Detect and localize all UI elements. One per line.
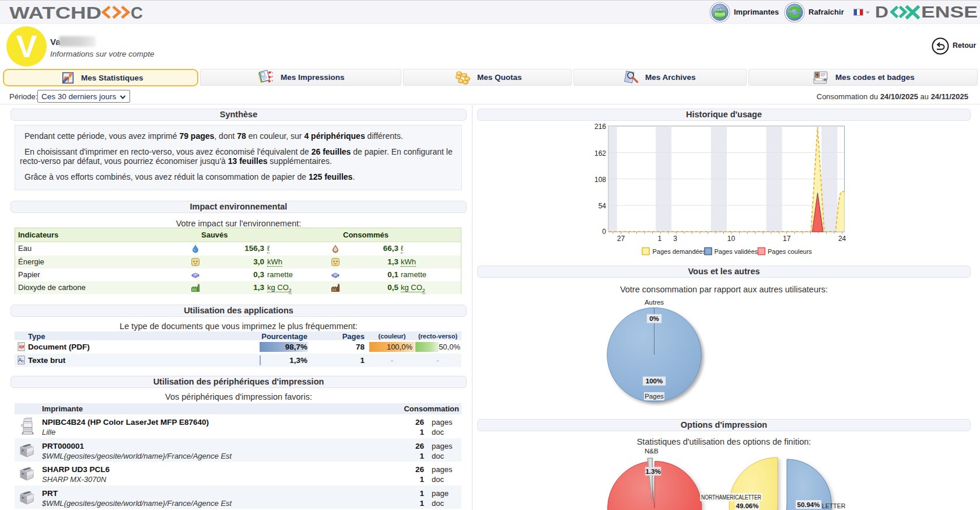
svg-text:Pages: Pages	[645, 393, 664, 400]
svg-text:216: 216	[594, 123, 606, 131]
svg-text:3: 3	[673, 235, 677, 243]
svg-text:27: 27	[617, 235, 625, 243]
svg-text:D: D	[875, 5, 888, 20]
svg-text:0: 0	[602, 228, 606, 236]
svg-text:N&B: N&B	[645, 448, 659, 455]
svg-text:1: 1	[657, 235, 662, 243]
svg-text:10: 10	[727, 235, 736, 243]
svg-text:ENSE: ENSE	[921, 5, 978, 20]
svg-text:Autres: Autres	[645, 299, 664, 306]
svg-text:Pages demandées: Pages demandées	[653, 248, 706, 255]
svg-text:1.3%: 1.3%	[645, 468, 660, 475]
svg-text:b: b	[22, 359, 24, 363]
svg-text:162: 162	[594, 149, 606, 158]
svg-text:0%: 0%	[649, 315, 659, 322]
svg-text:Pages couleurs: Pages couleurs	[768, 248, 812, 255]
svg-text:100%: 100%	[646, 378, 663, 385]
svg-text:Pages validées: Pages validées	[715, 248, 758, 255]
svg-text:NORTHAMERICALETTER: NORTHAMERICALETTER	[701, 494, 761, 501]
svg-text:50.94%: 50.94%	[797, 501, 820, 508]
svg-text:LETTER: LETTER	[822, 502, 846, 509]
svg-text:24: 24	[838, 235, 846, 243]
svg-text:49.06%: 49.06%	[736, 502, 758, 509]
svg-text:C: C	[131, 4, 143, 22]
svg-text:108: 108	[594, 176, 606, 184]
svg-text:17: 17	[783, 235, 791, 243]
svg-text:54: 54	[598, 202, 607, 210]
svg-text:WATCHD: WATCHD	[9, 4, 102, 22]
